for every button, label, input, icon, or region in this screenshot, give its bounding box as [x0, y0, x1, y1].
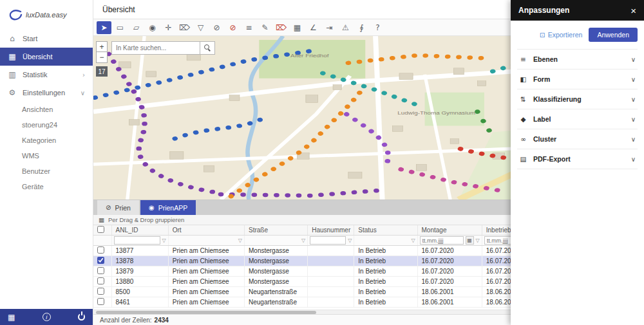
map-label: Ludwig-Thoma Gymnasium	[397, 110, 475, 116]
filter-input-anl_id[interactable]	[114, 236, 160, 245]
table-row[interactable]: 13877Prien am ChiemseeMonstergasseIn Bet…	[93, 246, 544, 256]
panel-section-label[interactable]: ◆Label∨	[517, 109, 638, 129]
table-cell: 16.07.2020	[417, 256, 482, 266]
table-row[interactable]: 13880Prien am ChiemseeMonstergasseIn Bet…	[93, 277, 544, 287]
sidebar-nav: ⌂Start▦Übersicht▥Statistik›⚙Einstellunge…	[0, 30, 93, 194]
table-row[interactable]: 13879Prien am ChiemseeMonstergasseIn Bet…	[93, 266, 544, 277]
tab-prienapp[interactable]: ◉PrienAPP	[140, 200, 196, 215]
map-search-button[interactable]	[200, 41, 215, 55]
column-header-status[interactable]: Status	[354, 225, 417, 236]
info-icon[interactable]: i	[43, 313, 51, 321]
table-cell: In Betrieb	[354, 297, 417, 308]
row-checkbox[interactable]	[97, 298, 104, 305]
layers-icon[interactable]: ≡	[242, 21, 256, 34]
attachment-icon[interactable]: ∮	[354, 21, 369, 34]
column-header-montage[interactable]: Montage	[417, 225, 482, 236]
filter-funnel-icon[interactable]: ▽	[348, 237, 352, 243]
eye-icon: ◉	[149, 204, 155, 211]
table-cell: 13877	[111, 246, 168, 256]
close-icon[interactable]: ×	[630, 5, 636, 16]
panel-section-ebenen[interactable]: ≡Ebenen∨	[517, 50, 638, 70]
hide-icon[interactable]: ⊘	[209, 21, 224, 34]
delete-selection-icon[interactable]: ⌦	[274, 21, 289, 34]
filter-input-hausnummer[interactable]	[310, 236, 346, 245]
measure-icon[interactable]: ∠	[306, 21, 321, 34]
calendar-icon[interactable]: ▦	[466, 236, 474, 245]
column-header-hausnummer[interactable]: Hausnummer	[308, 225, 354, 236]
einstellungen-icon: ⚙	[8, 88, 17, 97]
sidebar-subitem-wms[interactable]: WMS	[0, 148, 93, 163]
panel-section-label: PDF-Export	[533, 155, 571, 163]
app-logo: luxData.easy	[0, 0, 93, 30]
table-row[interactable]: 8461Prien am ChiemseeNeugartenstraßeIn B…	[93, 297, 544, 308]
map-search-input[interactable]	[111, 41, 200, 55]
filter-funnel-icon[interactable]: ▽	[162, 237, 166, 243]
row-checkbox[interactable]	[97, 246, 104, 254]
export-map-icon[interactable]: ⇥	[322, 21, 337, 34]
move-icon[interactable]: ✛	[161, 21, 176, 34]
row-checkbox[interactable]	[97, 277, 104, 284]
cancel-icon[interactable]: ⊘	[225, 21, 240, 34]
warning-icon[interactable]: ⚠	[338, 21, 353, 34]
tab-label: Prien	[115, 204, 131, 212]
sidebar: luxData.easy ⌂Start▦Übersicht▥Statistik›…	[0, 0, 93, 325]
scrollbar-thumb[interactable]	[96, 311, 316, 314]
rect-select-icon[interactable]: ▭	[113, 21, 128, 34]
filter-funnel-icon[interactable]: ▽	[476, 237, 480, 243]
sidebar-item-start[interactable]: ⌂Start	[0, 30, 93, 48]
table-cell	[308, 256, 354, 266]
help-icon[interactable]: ?	[370, 21, 385, 34]
edit-icon[interactable]: ✎	[258, 21, 272, 34]
filter-icon[interactable]: ▽	[193, 21, 208, 34]
row-checkbox[interactable]	[97, 267, 104, 274]
chevron-icon: ›	[82, 71, 85, 79]
zoom-out-button[interactable]: −	[96, 52, 108, 63]
apps-grid-icon[interactable]: ▦	[8, 313, 15, 322]
column-header-strae[interactable]: Straße	[244, 225, 307, 236]
table-cell: In Betrieb	[354, 256, 417, 266]
column-header-ort[interactable]: Ort	[168, 225, 244, 236]
statistik-icon: ▥	[8, 70, 17, 79]
tab-prien[interactable]: ⊘Prien	[97, 200, 139, 215]
table-row[interactable]: 8500Prien am ChiemseeNeugartenstraßeIn B…	[93, 287, 544, 297]
row-checkbox-cell	[93, 287, 111, 297]
filter-funnel-icon[interactable]: ▽	[411, 237, 415, 243]
table-cell	[308, 246, 354, 256]
image-icon[interactable]: ▦	[290, 21, 305, 34]
panel-section-klassifizierung[interactable]: ⇅Klassifizierung∨	[517, 89, 638, 109]
polygon-select-icon[interactable]: ▱	[129, 21, 144, 34]
export-button[interactable]: ⊡ Exportieren	[540, 31, 583, 39]
sidebar-subitem-benutzer[interactable]: Benutzer	[0, 163, 93, 179]
table-row[interactable]: 13878Prien am ChiemseeMonstergasseIn Bet…	[93, 256, 544, 266]
pointer-icon[interactable]: ➤	[97, 21, 111, 34]
table-cell: Prien am Chiemsee	[168, 256, 244, 266]
panel-section-form[interactable]: ◧Form∨	[517, 70, 638, 89]
sidebar-item-uebersicht[interactable]: ▦Übersicht	[0, 48, 93, 66]
filter-date-input-montage[interactable]	[420, 236, 464, 245]
filter-funnel-icon[interactable]: ▽	[301, 237, 305, 243]
table-cell: In Betrieb	[354, 277, 417, 287]
marker-icon[interactable]: ◉	[145, 21, 160, 34]
sidebar-item-statistik[interactable]: ▥Statistik›	[0, 66, 93, 84]
column-header-anlid[interactable]: ANL_ID	[111, 225, 168, 236]
table-cell: In Betrieb	[354, 266, 417, 277]
filter-funnel-icon[interactable]: ▽	[238, 237, 242, 243]
sidebar-subitem-gerte[interactable]: Geräte	[0, 179, 93, 194]
sidebar-subitem-stoerung24[interactable]: stoerung24	[0, 117, 93, 133]
panel-section-pdf-export[interactable]: ▤PDF-Export∨	[517, 149, 638, 169]
row-checkbox-cell	[93, 256, 111, 266]
table-cell: 16.07.2020	[417, 246, 482, 256]
sidebar-item-einstellungen[interactable]: ⚙Einstellungen∨	[0, 84, 93, 102]
delete-icon[interactable]: ⌦	[177, 21, 192, 34]
sidebar-subitem-ansichten[interactable]: Ansichten	[0, 102, 93, 117]
panel-actions: ⊡ Exportieren Anwenden	[511, 21, 644, 48]
row-checkbox[interactable]	[97, 257, 104, 264]
zoom-in-button[interactable]: +	[96, 41, 108, 52]
apply-button[interactable]: Anwenden	[589, 28, 638, 42]
select-all-checkbox[interactable]	[97, 226, 104, 233]
sidebar-subitem-kategorien[interactable]: Kategorien	[0, 133, 93, 148]
row-checkbox[interactable]	[97, 288, 104, 295]
panel-section-cluster[interactable]: ∞Cluster∨	[517, 129, 638, 149]
ebenen-icon: ≡	[519, 55, 527, 63]
power-icon[interactable]	[78, 313, 85, 320]
